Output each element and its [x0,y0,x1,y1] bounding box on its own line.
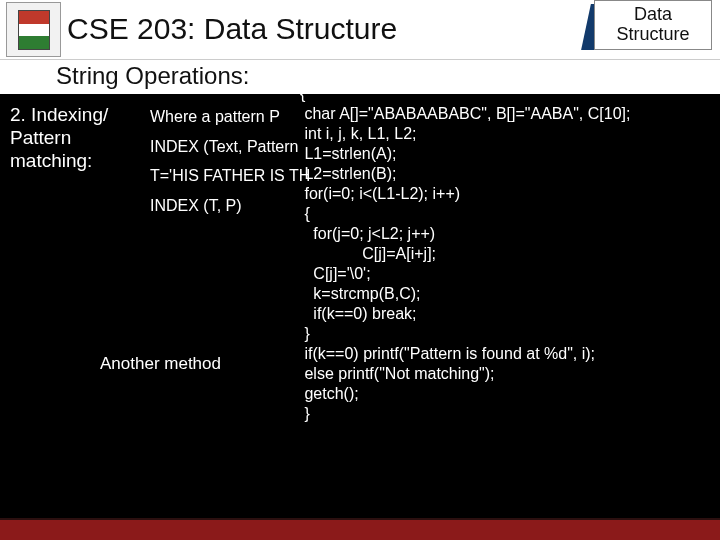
explanation-line: INDEX (T, P) [150,193,320,219]
course-badge: Data Structure [596,0,716,56]
university-logo [6,2,61,57]
slide-content: 2. Indexing/ Pattern matching: Where a p… [0,94,720,514]
badge-label: Data Structure [594,0,712,50]
topic-label: 2. Indexing/ Pattern matching: [10,104,140,172]
explanation-line: Where a pattern P [150,104,320,130]
explanation-column: Where a pattern P INDEX (Text, Pattern T… [150,104,320,222]
footer-bar [0,518,720,540]
header: CSE 203: Data Structure Data Structure [0,0,720,60]
explanation-line: INDEX (Text, Pattern [150,134,320,160]
explanation-line: T='HIS FATHER IS TH [150,163,320,189]
code-block: main() { char A[]="ABABAABABC", B[]="AAB… [300,64,710,424]
logo-emblem-icon [18,10,50,50]
another-method-label: Another method [100,354,221,374]
